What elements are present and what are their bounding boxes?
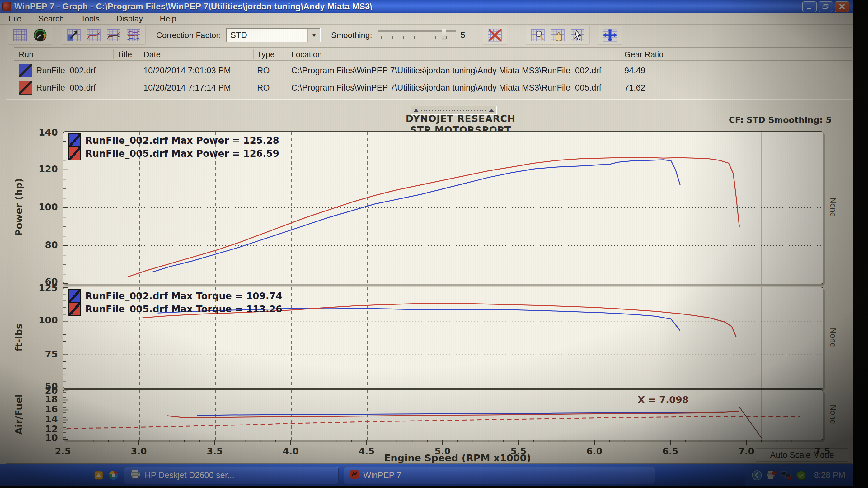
right-axis-label: None	[828, 327, 838, 347]
x-tick-label: 3.0	[131, 446, 147, 457]
printer-task-icon	[130, 469, 141, 482]
smoothing-slider[interactable]	[378, 28, 456, 42]
browser-icon[interactable]	[108, 470, 119, 481]
run-gear-ratio: 94.49	[624, 66, 646, 75]
toolbar-group-tools	[526, 26, 590, 45]
delete-graph-icon[interactable]	[486, 27, 503, 43]
y-tick-label: 16	[24, 404, 58, 414]
smoothing-value: 5	[461, 30, 466, 40]
y-tick-label: 14	[24, 415, 58, 424]
launcher-icon[interactable]	[93, 470, 104, 481]
menu-bar: FileSearchToolsDisplayHelp	[0, 13, 854, 25]
run-location: C:\Program Files\WinPEP 7\Utilities\jord…	[291, 66, 601, 75]
column-divider[interactable]	[287, 48, 288, 59]
dyno-header-line1: DYNOJET RESEARCH	[286, 113, 635, 124]
column-header-gear-ratio[interactable]: Gear Ratio	[624, 50, 663, 59]
move-axes-icon[interactable]	[601, 27, 619, 43]
close-button[interactable]	[835, 1, 849, 12]
network-offline-icon[interactable]	[781, 470, 792, 480]
dyno-gauge-icon[interactable]	[31, 27, 49, 43]
chevron-down-icon[interactable]: ▾	[308, 29, 320, 42]
legend-label: RunFile_002.drf Max Power = 125.28	[85, 135, 279, 146]
scroll-track[interactable]	[421, 110, 487, 111]
scroll-left-icon[interactable]	[413, 109, 419, 112]
y-tick-label: 140	[24, 128, 58, 137]
x-tick-label: 7.0	[738, 446, 754, 457]
system-tray: ? 8:28 PM	[745, 464, 854, 486]
collapse-arrow-icon[interactable]	[752, 470, 762, 481]
column-divider[interactable]	[113, 48, 114, 59]
runs-table-icon[interactable]	[11, 27, 29, 43]
column-header-title[interactable]: Title	[117, 50, 132, 59]
graph-view-dual-icon[interactable]	[105, 27, 122, 43]
quick-launch-area	[93, 470, 119, 481]
pan-graph-icon[interactable]	[549, 27, 566, 43]
run-list-header: RunTitleDateTypeLocationGear Ratio	[14, 48, 852, 61]
scroll-right-icon[interactable]	[489, 109, 494, 112]
column-header-type[interactable]: Type	[257, 50, 275, 59]
task-button-label: HP Deskjet D2600 ser...	[145, 470, 234, 480]
graph-view-single-icon[interactable]	[85, 27, 102, 43]
photo-of-monitor: WinPEP 7 - Graph - C:\Program Files\WinP…	[0, 0, 868, 488]
column-header-date[interactable]: Date	[144, 50, 161, 59]
correction-factor-select[interactable]: STD ▾	[226, 28, 320, 42]
menu-item-search[interactable]: Search	[30, 14, 72, 24]
chart-pane-2[interactable]: X = 7.098	[63, 389, 824, 441]
run-gear-ratio: 71.62	[624, 83, 646, 93]
chart-svg[interactable]: X = 7.098	[63, 390, 823, 440]
column-divider[interactable]	[140, 48, 141, 59]
legend-label: RunFile_002.drf Max Torque = 109.74	[85, 291, 282, 301]
run-date: 10/20/2014 7:17:14 PM	[144, 83, 231, 93]
y-tick-label: 100	[24, 202, 58, 212]
chart-pane-0[interactable]: RunFile_002.drf Max Power = 125.28RunFil…	[63, 131, 824, 284]
run-row-RunFile_002.drf[interactable]: RunFile_002.drf10/20/2014 7:01:03 PMROC:…	[14, 62, 852, 79]
column-header-run[interactable]: Run	[19, 50, 34, 59]
cursor-annotation: X = 7.098	[638, 394, 689, 405]
graph-view-multi-icon[interactable]	[125, 27, 142, 43]
legend-entry: RunFile_002.drf Max Torque = 109.74	[68, 289, 282, 302]
legend-swatch	[68, 302, 81, 316]
y-tick-label: 18	[24, 395, 58, 404]
chart-pane-1[interactable]: RunFile_002.drf Max Torque = 109.74RunFi…	[63, 287, 824, 389]
run-color-swatch	[19, 64, 32, 77]
series-RunFile_005-drf-target	[67, 417, 800, 429]
run-date: 10/20/2014 7:01:03 PM	[144, 66, 231, 75]
menu-item-display[interactable]: Display	[108, 14, 151, 24]
run-type: RO	[257, 66, 270, 75]
run-name: RunFile_005.drf	[36, 83, 96, 93]
security-icon[interactable]	[796, 470, 806, 481]
x-tick-label: 4.0	[283, 446, 299, 457]
graph-export-icon[interactable]	[65, 27, 83, 43]
toolbar: Correction Factor: STD ▾ Smoothing: 5	[0, 25, 854, 46]
x-tick-label: 7.5	[814, 446, 830, 457]
menu-item-tools[interactable]: Tools	[72, 14, 108, 24]
photo-dark-edge	[854, 0, 868, 488]
column-header-location[interactable]: Location	[291, 50, 322, 59]
right-axis-label: None	[828, 404, 838, 424]
minimize-button[interactable]	[802, 1, 817, 12]
task-button-hp-deskjet-d2600-ser-[interactable]: HP Deskjet D2600 ser...	[124, 466, 339, 484]
printer-alert-icon[interactable]: ?	[766, 470, 777, 480]
restore-button[interactable]	[818, 1, 833, 12]
column-divider[interactable]	[621, 48, 621, 59]
y-axis-title: Air/Fuel	[13, 394, 24, 434]
window-titlebar: WinPEP 7 - Graph - C:\Program Files\WinP…	[0, 0, 854, 13]
select-graph-icon[interactable]	[569, 27, 586, 43]
run-row-RunFile_005.drf[interactable]: RunFile_005.drf10/20/2014 7:17:14 PMROC:…	[14, 79, 852, 96]
toolbar-group-views	[8, 26, 52, 45]
svg-text:?: ?	[773, 471, 775, 475]
run-location: C:\Program Files\WinPEP 7\Utilities\jord…	[291, 83, 601, 93]
slider-thumb[interactable]	[442, 29, 446, 40]
winpep-app-icon	[2, 2, 11, 11]
menu-item-file[interactable]: File	[0, 14, 30, 24]
y-axis-title: ft-lbs	[13, 323, 24, 351]
menu-item-help[interactable]: Help	[151, 14, 185, 24]
smoothing-label: Smoothing:	[331, 31, 372, 40]
y-tick-label: 80	[24, 240, 58, 250]
legend-swatch	[68, 147, 81, 160]
column-divider[interactable]	[253, 48, 254, 59]
correction-factor-value: STD	[226, 31, 308, 40]
x-tick-label: 5.0	[434, 446, 450, 457]
zoom-graph-icon[interactable]	[529, 27, 547, 43]
task-button-winpep-7[interactable]: WinPEP 7	[344, 466, 655, 484]
